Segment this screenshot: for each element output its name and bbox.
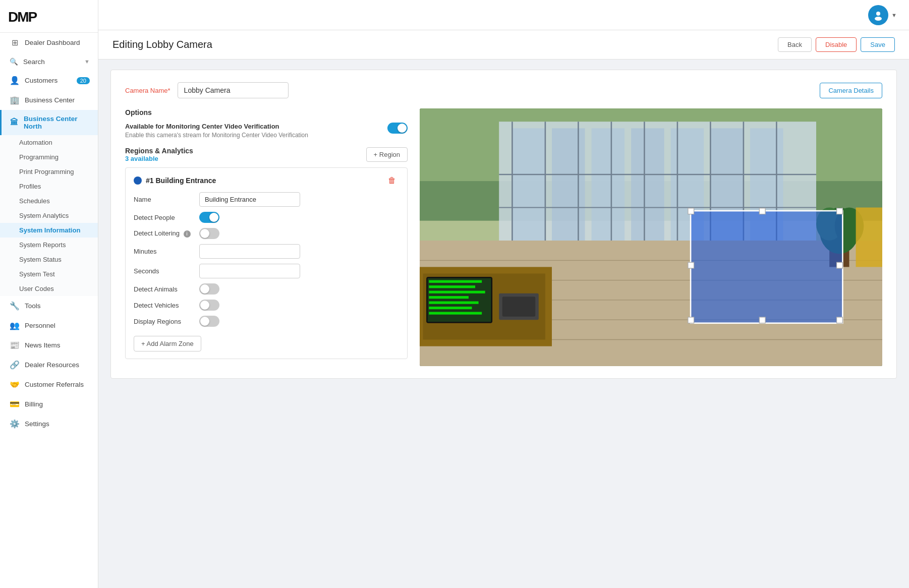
loitering-info-icon[interactable]: i xyxy=(184,230,191,238)
sub-nav-label: System Analytics xyxy=(19,212,69,219)
billing-icon: 💳 xyxy=(10,399,20,409)
sidebar-item-profiles[interactable]: Profiles xyxy=(0,179,98,194)
detect-people-label: Detect People xyxy=(134,214,199,221)
svg-rect-6 xyxy=(512,128,545,247)
building-icon: 🏢 xyxy=(10,95,20,105)
toggle-thumb xyxy=(200,284,209,293)
svg-rect-42 xyxy=(502,297,535,316)
sidebar-item-system-status[interactable]: System Status xyxy=(0,252,98,267)
display-regions-toggle[interactable] xyxy=(199,316,219,327)
sidebar-item-customers[interactable]: 👤 Customers 20 xyxy=(0,71,98,90)
sidebar-item-system-test[interactable]: System Test xyxy=(0,267,98,281)
sidebar-item-billing[interactable]: 💳 Billing xyxy=(0,394,98,414)
sidebar-item-dealer-dashboard[interactable]: ⊞ Dealer Dashboard xyxy=(0,33,98,52)
sub-nav-label: Automation xyxy=(19,139,52,146)
toggle-thumb xyxy=(397,124,407,133)
detect-loitering-toggle[interactable] xyxy=(199,228,219,239)
monitoring-toggle[interactable] xyxy=(387,123,408,134)
detect-animals-row: Detect Animals xyxy=(134,283,399,295)
people-icon: 👥 xyxy=(10,321,20,330)
link-icon: 🔗 xyxy=(10,360,20,370)
camera-name-row: Camera Name* Camera Details xyxy=(125,82,882,98)
detect-people-toggle[interactable] xyxy=(199,212,219,223)
svg-rect-56 xyxy=(856,207,882,267)
sidebar-item-business-center-north[interactable]: 🏛 Business Center North xyxy=(0,110,98,135)
regions-section: Regions & Analytics 3 available + Region xyxy=(125,147,408,359)
sub-nav-label: System Status xyxy=(19,256,62,263)
camera-name-input[interactable] xyxy=(178,82,289,98)
sub-nav: Automation Programming Print Programming… xyxy=(0,135,98,296)
sidebar-item-personnel[interactable]: 👥 Personnel xyxy=(0,316,98,335)
add-alarm-zone-button[interactable]: + Add Alarm Zone xyxy=(134,336,201,351)
camera-feed-container xyxy=(420,108,882,366)
sub-nav-label: Profiles xyxy=(19,183,41,190)
svg-rect-52 xyxy=(759,208,765,214)
svg-rect-33 xyxy=(428,278,491,322)
sidebar-item-print-programming[interactable]: Print Programming xyxy=(0,164,98,179)
page-header: Editing Lobby Camera Back Disable Save xyxy=(98,30,909,60)
sub-nav-label: System Reports xyxy=(19,241,66,249)
svg-rect-54 xyxy=(688,262,694,268)
save-button[interactable]: Save xyxy=(861,37,895,52)
region-card-header: #1 Building Entrance 🗑 xyxy=(134,175,399,186)
svg-rect-36 xyxy=(429,291,485,293)
svg-rect-39 xyxy=(429,307,472,309)
user-avatar[interactable] xyxy=(868,5,888,25)
options-section: Options Available for Monitoring Center … xyxy=(125,108,408,139)
sidebar-item-label: Search xyxy=(23,58,45,66)
sidebar-item-label: Customers xyxy=(25,77,58,84)
svg-rect-55 xyxy=(837,262,843,268)
monitoring-option-text: Available for Monitoring Center Video Ve… xyxy=(125,123,387,139)
monitoring-option-row: Available for Monitoring Center Video Ve… xyxy=(125,123,408,139)
user-menu-chevron[interactable]: ▼ xyxy=(891,12,897,18)
region-number: #1 Building Entrance xyxy=(134,177,216,185)
sidebar-item-news-items[interactable]: 📰 News Items xyxy=(0,335,98,355)
detect-vehicles-toggle[interactable] xyxy=(199,300,219,311)
shield-icon: 🏛 xyxy=(10,118,19,127)
svg-rect-9 xyxy=(631,128,664,247)
settings-icon: ⚙️ xyxy=(10,419,20,429)
sidebar-item-customer-referrals[interactable]: 🤝 Customer Referrals xyxy=(0,375,98,394)
sidebar-item-settings[interactable]: ⚙️ Settings xyxy=(0,414,98,434)
add-region-button[interactable]: + Region xyxy=(366,147,408,162)
sidebar-item-programming[interactable]: Programming xyxy=(0,150,98,164)
sidebar-item-search[interactable]: 🔍 Search ▼ xyxy=(0,52,98,71)
sidebar-item-schedules[interactable]: Schedules xyxy=(0,194,98,208)
sidebar-item-label: Dealer Resources xyxy=(25,361,79,369)
sidebar-item-label: Business Center North xyxy=(24,115,90,130)
sidebar-item-business-center[interactable]: 🏢 Business Center xyxy=(0,90,98,110)
svg-rect-40 xyxy=(429,312,482,314)
news-icon: 📰 xyxy=(10,340,20,350)
sidebar-item-system-reports[interactable]: System Reports xyxy=(0,238,98,252)
sidebar-item-automation[interactable]: Automation xyxy=(0,135,98,150)
svg-rect-38 xyxy=(429,302,478,304)
regions-title: Regions & Analytics xyxy=(125,147,193,155)
seconds-input[interactable] xyxy=(199,264,300,278)
topbar: ▼ xyxy=(98,0,909,30)
sidebar-item-system-analytics[interactable]: System Analytics xyxy=(0,208,98,223)
region-dot xyxy=(134,177,142,185)
sidebar: DMP ⊞ Dealer Dashboard 🔍 Search ▼ 👤 Cust… xyxy=(0,0,98,588)
sidebar-item-dealer-resources[interactable]: 🔗 Dealer Resources xyxy=(0,355,98,375)
seconds-row: Seconds xyxy=(134,264,399,278)
display-regions-label: Display Regions xyxy=(134,318,199,325)
sidebar-logo: DMP xyxy=(0,0,98,33)
detect-vehicles-row: Detect Vehicles xyxy=(134,300,399,311)
svg-point-0 xyxy=(876,12,880,16)
svg-rect-7 xyxy=(552,128,585,247)
back-button[interactable]: Back xyxy=(778,37,812,52)
sidebar-item-tools[interactable]: 🔧 Tools xyxy=(0,296,98,316)
regions-available: 3 available xyxy=(125,155,193,162)
disable-button[interactable]: Disable xyxy=(816,37,857,52)
sidebar-item-user-codes[interactable]: User Codes xyxy=(0,281,98,296)
chevron-down-icon: ▼ xyxy=(84,58,90,65)
sidebar-item-label: Dealer Dashboard xyxy=(25,39,80,46)
detect-animals-toggle[interactable] xyxy=(199,283,219,295)
minutes-input[interactable] xyxy=(199,244,300,259)
delete-region-button[interactable]: 🗑 xyxy=(385,175,399,186)
sidebar-item-system-information[interactable]: System Information xyxy=(0,223,98,238)
search-icon: 🔍 xyxy=(10,57,18,66)
camera-details-button[interactable]: Camera Details xyxy=(820,83,882,98)
region-name-input[interactable] xyxy=(199,192,300,207)
region-name-row: Name xyxy=(134,192,399,207)
